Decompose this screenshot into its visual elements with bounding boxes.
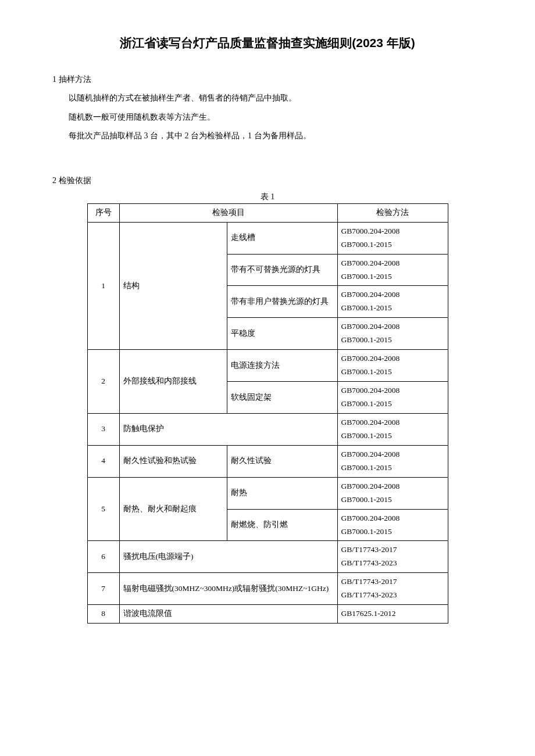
cell-method: GB/T17743-2017GB/T17743-2023: [337, 541, 448, 573]
cell-no: 5: [87, 477, 119, 541]
cell-method: GB7000.204-2008GB7000.1-2015: [337, 382, 448, 414]
cell-subitem: 走线槽: [227, 222, 337, 254]
cell-subitem: 耐热: [227, 477, 337, 509]
section-2-heading: 2 检验依据: [52, 175, 483, 186]
cell-method: GB17625.1-2012: [337, 605, 448, 624]
cell-no: 7: [87, 573, 119, 605]
section-1-para-3: 每批次产品抽取样品 3 台，其中 2 台为检验样品，1 台为备用样品。: [52, 128, 483, 144]
table-row: 6骚扰电压(电源端子)GB/T17743-2017GB/T17743-2023: [87, 541, 448, 573]
table-row: 1结构走线槽GB7000.204-2008GB7000.1-2015: [87, 222, 448, 254]
cell-item: 谐波电流限值: [119, 605, 337, 624]
cell-subitem: 带有不可替换光源的灯具: [227, 254, 337, 286]
cell-method: GB7000.204-2008GB7000.1-2015: [337, 254, 448, 286]
cell-method: GB7000.204-2008GB7000.1-2015: [337, 445, 448, 477]
cell-subitem: 带有非用户替换光源的灯具: [227, 286, 337, 318]
cell-method: GB7000.204-2008GB7000.1-2015: [337, 350, 448, 382]
cell-no: 1: [87, 222, 119, 350]
cell-method: GB/T17743-2017GB/T17743-2023: [337, 573, 448, 605]
cell-no: 4: [87, 445, 119, 477]
cell-item: 耐热、耐火和耐起痕: [119, 477, 227, 541]
cell-no: 3: [87, 413, 119, 445]
table-row: 8谐波电流限值GB17625.1-2012: [87, 605, 448, 624]
cell-subitem: 耐燃烧、防引燃: [227, 509, 337, 541]
cell-item: 结构: [119, 222, 227, 350]
inspection-table: 序号 检验项目 检验方法 1结构走线槽GB7000.204-2008GB7000…: [87, 203, 448, 624]
cell-item: 防触电保护: [119, 413, 337, 445]
cell-subitem: 平稳度: [227, 318, 337, 350]
cell-method: GB7000.204-2008GB7000.1-2015: [337, 222, 448, 254]
cell-subitem: 电源连接方法: [227, 350, 337, 382]
table-row: 7辐射电磁骚扰(30MHZ~300MHz)或辐射骚扰(30MHZ~1GHz)GB…: [87, 573, 448, 605]
cell-no: 2: [87, 350, 119, 414]
cell-method: GB7000.204-2008GB7000.1-2015: [337, 286, 448, 318]
header-item: 检验项目: [119, 203, 337, 222]
cell-item: 耐久性试验和热试验: [119, 445, 227, 477]
cell-no: 8: [87, 605, 119, 624]
table-row: 5耐热、耐火和耐起痕耐热GB7000.204-2008GB7000.1-2015: [87, 477, 448, 509]
cell-subitem: 软线固定架: [227, 382, 337, 414]
cell-no: 6: [87, 541, 119, 573]
cell-item: 外部接线和内部接线: [119, 350, 227, 414]
section-1-para-1: 以随机抽样的方式在被抽样生产者、销售者的待销产品中抽取。: [52, 91, 483, 106]
table-header-row: 序号 检验项目 检验方法: [87, 203, 448, 222]
cell-item: 辐射电磁骚扰(30MHZ~300MHz)或辐射骚扰(30MHZ~1GHz): [119, 573, 337, 605]
header-method: 检验方法: [337, 203, 448, 222]
table-caption: 表 1: [52, 192, 483, 202]
section-1-heading: 1 抽样方法: [52, 74, 483, 85]
cell-subitem: 耐久性试验: [227, 445, 337, 477]
cell-method: GB7000.204-2008GB7000.1-2015: [337, 318, 448, 350]
cell-method: GB7000.204-2008GB7000.1-2015: [337, 509, 448, 541]
page-title: 浙江省读写台灯产品质量监督抽查实施细则(2023 年版): [52, 35, 483, 51]
section-1-para-2: 随机数一般可使用随机数表等方法产生。: [52, 110, 483, 126]
cell-method: GB7000.204-2008GB7000.1-2015: [337, 413, 448, 445]
header-no: 序号: [87, 203, 119, 222]
cell-item: 骚扰电压(电源端子): [119, 541, 337, 573]
table-row: 4耐久性试验和热试验耐久性试验GB7000.204-2008GB7000.1-2…: [87, 445, 448, 477]
table-row: 3防触电保护GB7000.204-2008GB7000.1-2015: [87, 413, 448, 445]
cell-method: GB7000.204-2008GB7000.1-2015: [337, 477, 448, 509]
table-row: 2外部接线和内部接线电源连接方法GB7000.204-2008GB7000.1-…: [87, 350, 448, 382]
